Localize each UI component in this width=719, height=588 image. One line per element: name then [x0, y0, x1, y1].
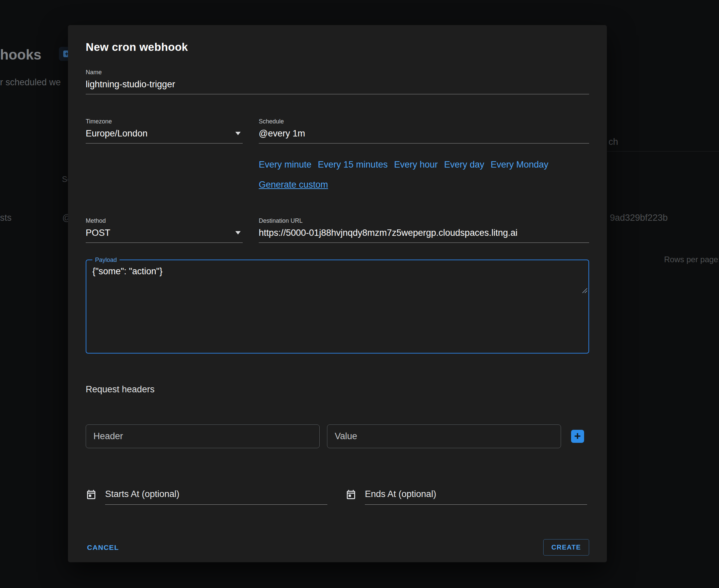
- dialog-title: New cron webhook: [86, 40, 589, 54]
- add-header-button[interactable]: +: [571, 430, 584, 443]
- method-field: Method POST: [86, 217, 243, 243]
- chevron-down-icon: [235, 132, 241, 135]
- payload-field: Payload {"some": "action"}: [86, 256, 589, 354]
- preset-every-hour[interactable]: Every hour: [394, 159, 438, 170]
- schedule-presets: Every minute Every 15 minutes Every hour…: [259, 159, 589, 170]
- header-value-input[interactable]: [327, 424, 561, 448]
- timezone-value: Europe/London: [86, 128, 147, 139]
- request-headers-heading: Request headers: [86, 384, 589, 395]
- plus-icon: +: [574, 430, 581, 441]
- destination-url-input[interactable]: [259, 225, 589, 243]
- new-cron-webhook-dialog: New cron webhook Name Timezone Europe/Lo…: [68, 25, 607, 562]
- schedule-label: Schedule: [259, 118, 589, 125]
- destination-url-field: Destination URL: [259, 217, 589, 243]
- starts-at-field[interactable]: Starts At (optional): [86, 488, 327, 505]
- generate-custom-link[interactable]: Generate custom: [259, 179, 328, 190]
- ends-at-field[interactable]: Ends At (optional): [345, 488, 587, 505]
- destination-url-label: Destination URL: [259, 217, 589, 225]
- payload-textarea[interactable]: {"some": "action"}: [93, 266, 582, 288]
- starts-at-value[interactable]: Starts At (optional): [105, 488, 327, 505]
- method-value: POST: [86, 227, 111, 238]
- schedule-field: Schedule: [259, 118, 589, 144]
- name-input[interactable]: [86, 76, 589, 94]
- table-cell-fragment: sts: [0, 213, 12, 223]
- search-label-fragment: ch: [608, 137, 618, 147]
- preset-every-day[interactable]: Every day: [444, 159, 484, 170]
- preset-every-monday[interactable]: Every Monday: [491, 159, 548, 170]
- name-label: Name: [86, 68, 589, 76]
- schedule-input[interactable]: [259, 125, 589, 144]
- payload-label: Payload: [93, 256, 120, 264]
- page-title-webhooks-fragment: hooks: [0, 47, 41, 63]
- timezone-label: Timezone: [86, 118, 243, 125]
- name-field: Name: [86, 68, 589, 94]
- preset-every-minute[interactable]: Every minute: [259, 159, 312, 170]
- method-select[interactable]: POST: [86, 225, 243, 243]
- ends-at-value[interactable]: Ends At (optional): [365, 488, 587, 505]
- cancel-button[interactable]: CANCEL: [86, 540, 120, 555]
- method-label: Method: [86, 217, 243, 225]
- header-name-input[interactable]: [86, 424, 320, 448]
- preset-every-15-minutes[interactable]: Every 15 minutes: [318, 159, 388, 170]
- chevron-down-icon: [235, 231, 241, 234]
- resize-handle-icon[interactable]: [581, 287, 587, 293]
- calendar-icon[interactable]: [345, 489, 357, 500]
- calendar-icon[interactable]: [86, 489, 97, 500]
- table-cell-id-fragment: 9ad329bf223b: [610, 213, 668, 223]
- timezone-field: Timezone Europe/London: [86, 118, 243, 190]
- table-divider: [607, 151, 719, 151]
- page-subtitle-fragment: r scheduled we: [0, 77, 61, 88]
- create-button[interactable]: CREATE: [543, 539, 589, 555]
- rows-per-page-label: Rows per page:: [664, 255, 719, 264]
- timezone-select[interactable]: Europe/London: [86, 125, 243, 144]
